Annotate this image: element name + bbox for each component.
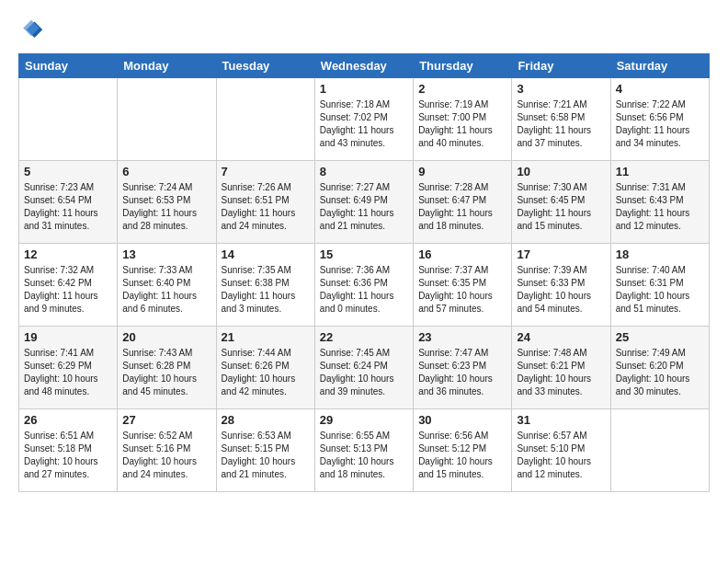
day-info: Sunrise: 6:53 AM Sunset: 5:15 PM Dayligh… [222,430,310,481]
day-info: Sunrise: 7:28 AM Sunset: 6:47 PM Dayligh… [418,181,506,233]
calendar-cell: 13Sunrise: 7:33 AM Sunset: 6:40 PM Dayli… [118,244,216,327]
day-info: Sunrise: 7:27 AM Sunset: 6:49 PM Dayligh… [320,181,408,233]
calendar-cell: 5Sunrise: 7:23 AM Sunset: 6:54 PM Daylig… [19,161,118,244]
day-info: Sunrise: 7:47 AM Sunset: 6:23 PM Dayligh… [418,347,506,398]
calendar-cell: 11Sunrise: 7:31 AM Sunset: 6:43 PM Dayli… [610,161,709,244]
calendar-cell: 15Sunrise: 7:36 AM Sunset: 6:36 PM Dayli… [314,244,413,327]
day-number: 1 [320,82,408,96]
day-number: 28 [222,413,310,427]
day-number: 4 [616,82,704,96]
day-info: Sunrise: 7:36 AM Sunset: 6:36 PM Dayligh… [320,264,408,316]
day-number: 14 [222,247,310,261]
day-info: Sunrise: 7:24 AM Sunset: 6:53 PM Dayligh… [122,181,210,233]
calendar-cell: 14Sunrise: 7:35 AM Sunset: 6:38 PM Dayli… [216,244,314,327]
calendar-cell: 18Sunrise: 7:40 AM Sunset: 6:31 PM Dayli… [610,244,709,327]
day-info: Sunrise: 7:32 AM Sunset: 6:42 PM Dayligh… [24,264,112,316]
weekday-header: Sunday [19,54,118,78]
day-info: Sunrise: 7:21 AM Sunset: 6:58 PM Dayligh… [517,98,605,150]
calendar-cell: 12Sunrise: 7:32 AM Sunset: 6:42 PM Dayli… [19,244,118,327]
day-info: Sunrise: 7:40 AM Sunset: 6:31 PM Dayligh… [616,264,704,316]
weekday-header: Thursday [414,54,512,78]
day-number: 23 [418,330,506,344]
calendar-header: SundayMondayTuesdayWednesdayThursdayFrid… [19,54,710,78]
calendar-cell: 4Sunrise: 7:22 AM Sunset: 6:56 PM Daylig… [610,78,709,161]
calendar-cell: 20Sunrise: 7:43 AM Sunset: 6:28 PM Dayli… [118,327,216,409]
day-info: Sunrise: 6:56 AM Sunset: 5:12 PM Dayligh… [418,430,506,481]
day-number: 31 [517,413,605,427]
weekday-header: Saturday [610,54,709,78]
day-info: Sunrise: 7:30 AM Sunset: 6:45 PM Dayligh… [517,181,605,233]
day-number: 11 [616,165,704,178]
page-header [18,18,710,44]
day-info: Sunrise: 6:51 AM Sunset: 5:18 PM Dayligh… [24,430,112,481]
calendar-body: 1Sunrise: 7:18 AM Sunset: 7:02 PM Daylig… [19,78,710,492]
day-number: 20 [122,330,210,344]
day-number: 8 [320,165,408,178]
day-info: Sunrise: 7:41 AM Sunset: 6:29 PM Dayligh… [24,347,112,398]
day-number: 5 [24,165,112,178]
calendar-cell: 31Sunrise: 6:57 AM Sunset: 5:10 PM Dayli… [512,409,610,492]
calendar-cell: 10Sunrise: 7:30 AM Sunset: 6:45 PM Dayli… [512,161,610,244]
logo [18,18,48,44]
day-info: Sunrise: 7:49 AM Sunset: 6:20 PM Dayligh… [616,347,704,398]
day-info: Sunrise: 6:57 AM Sunset: 5:10 PM Dayligh… [517,430,605,481]
day-info: Sunrise: 6:52 AM Sunset: 5:16 PM Dayligh… [122,430,210,481]
day-number: 3 [517,82,605,96]
calendar-cell: 19Sunrise: 7:41 AM Sunset: 6:29 PM Dayli… [19,327,118,409]
calendar-cell [118,78,216,161]
weekday-header: Wednesday [314,54,413,78]
calendar-cell: 16Sunrise: 7:37 AM Sunset: 6:35 PM Dayli… [414,244,512,327]
day-info: Sunrise: 7:45 AM Sunset: 6:24 PM Dayligh… [320,347,408,398]
day-info: Sunrise: 7:19 AM Sunset: 7:00 PM Dayligh… [418,98,506,150]
day-info: Sunrise: 7:43 AM Sunset: 6:28 PM Dayligh… [122,347,210,398]
calendar-cell [216,78,314,161]
calendar-cell: 29Sunrise: 6:55 AM Sunset: 5:13 PM Dayli… [314,409,413,492]
day-info: Sunrise: 7:18 AM Sunset: 7:02 PM Dayligh… [320,98,408,150]
calendar-cell: 9Sunrise: 7:28 AM Sunset: 6:47 PM Daylig… [414,161,512,244]
day-info: Sunrise: 7:37 AM Sunset: 6:35 PM Dayligh… [418,264,506,316]
calendar-cell [19,78,118,161]
calendar-cell: 22Sunrise: 7:45 AM Sunset: 6:24 PM Dayli… [314,327,413,409]
day-info: Sunrise: 7:48 AM Sunset: 6:21 PM Dayligh… [517,347,605,398]
day-number: 7 [222,165,310,178]
day-info: Sunrise: 6:55 AM Sunset: 5:13 PM Dayligh… [320,430,408,481]
day-number: 27 [122,413,210,427]
day-number: 29 [320,413,408,427]
calendar-cell: 27Sunrise: 6:52 AM Sunset: 5:16 PM Dayli… [118,409,216,492]
calendar-cell: 28Sunrise: 6:53 AM Sunset: 5:15 PM Dayli… [216,409,314,492]
day-number: 30 [418,413,506,427]
day-number: 21 [222,330,310,344]
day-info: Sunrise: 7:23 AM Sunset: 6:54 PM Dayligh… [24,181,112,233]
day-number: 13 [122,247,210,261]
calendar-cell: 6Sunrise: 7:24 AM Sunset: 6:53 PM Daylig… [118,161,216,244]
day-number: 16 [418,247,506,261]
calendar-cell: 1Sunrise: 7:18 AM Sunset: 7:02 PM Daylig… [314,78,413,161]
calendar-cell: 3Sunrise: 7:21 AM Sunset: 6:58 PM Daylig… [512,78,610,161]
day-number: 9 [418,165,506,178]
calendar-cell: 23Sunrise: 7:47 AM Sunset: 6:23 PM Dayli… [414,327,512,409]
day-info: Sunrise: 7:35 AM Sunset: 6:38 PM Dayligh… [222,264,310,316]
day-number: 17 [517,247,605,261]
calendar-cell: 21Sunrise: 7:44 AM Sunset: 6:26 PM Dayli… [216,327,314,409]
day-info: Sunrise: 7:39 AM Sunset: 6:33 PM Dayligh… [517,264,605,316]
day-number: 10 [517,165,605,178]
calendar-cell: 7Sunrise: 7:26 AM Sunset: 6:51 PM Daylig… [216,161,314,244]
calendar-cell: 24Sunrise: 7:48 AM Sunset: 6:21 PM Dayli… [512,327,610,409]
day-info: Sunrise: 7:26 AM Sunset: 6:51 PM Dayligh… [222,181,310,233]
calendar-cell: 8Sunrise: 7:27 AM Sunset: 6:49 PM Daylig… [314,161,413,244]
day-number: 26 [24,413,112,427]
calendar-cell: 17Sunrise: 7:39 AM Sunset: 6:33 PM Dayli… [512,244,610,327]
day-info: Sunrise: 7:31 AM Sunset: 6:43 PM Dayligh… [616,181,704,233]
day-number: 6 [122,165,210,178]
day-info: Sunrise: 7:44 AM Sunset: 6:26 PM Dayligh… [222,347,310,398]
day-number: 12 [24,247,112,261]
weekday-header: Monday [118,54,216,78]
weekday-header: Friday [512,54,610,78]
day-number: 24 [517,330,605,344]
calendar-table: SundayMondayTuesdayWednesdayThursdayFrid… [18,53,710,492]
day-number: 25 [616,330,704,344]
day-number: 19 [24,330,112,344]
calendar-cell: 30Sunrise: 6:56 AM Sunset: 5:12 PM Dayli… [414,409,512,492]
day-number: 2 [418,82,506,96]
day-info: Sunrise: 7:22 AM Sunset: 6:56 PM Dayligh… [616,98,704,150]
